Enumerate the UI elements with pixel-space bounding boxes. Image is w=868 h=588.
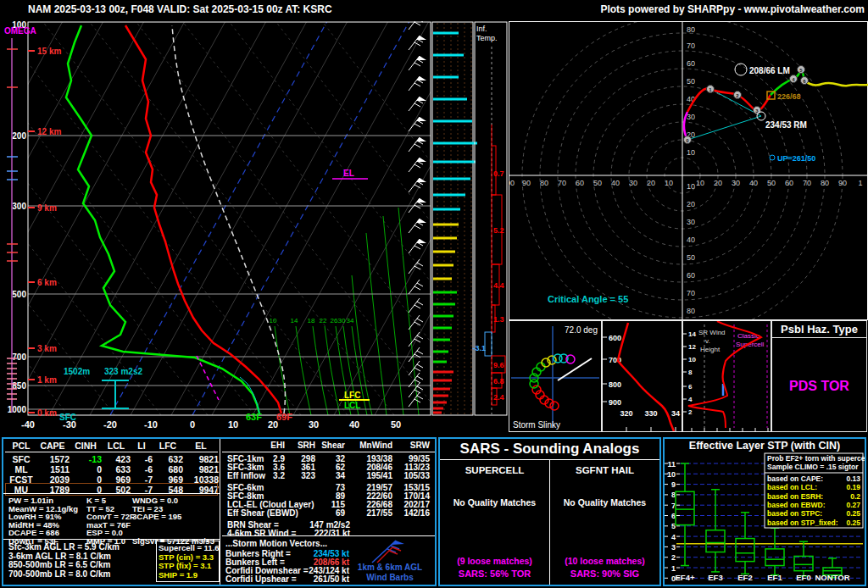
thetae-ytick-label: 800 [609, 380, 621, 389]
sars-hail-header: SGFNT HAIL [550, 465, 659, 475]
srwind-title: SR Wind [698, 329, 726, 336]
stp-ytick-label: 7 [671, 502, 676, 510]
height-label: 6 km [37, 278, 57, 287]
thetae-plot: 60070080090032033034 [603, 321, 682, 431]
stp-category-label: EF0 [796, 573, 810, 582]
sars-supercell-result: SARS: 56% TOR [440, 569, 549, 579]
line [409, 298, 420, 313]
kin-cell: 142/16 [403, 508, 430, 518]
line [415, 368, 420, 371]
thetae-xtick-label: 330 [644, 409, 657, 418]
advection-value: 6.8 [493, 377, 504, 386]
stp-legend-value: 0.19 [846, 483, 860, 491]
sars-hail-result: SARS: 90% SIG [550, 569, 659, 579]
hodo-axis-label: 80 [687, 25, 695, 34]
stp-legend-subtitle: Sample CLIMO = .15 sigtor [767, 463, 859, 471]
pressure-label: 700 [12, 352, 26, 362]
lapse-rate-value: Sfc-3km AGL LR = 5.9 C/km [8, 542, 120, 552]
sars-supercell-header: SUPERCELL [440, 465, 549, 475]
advection-box [485, 332, 492, 356]
temp-axis-label: 50 [391, 419, 401, 430]
hodo-axis-label: 70 [687, 289, 695, 297]
hodo-axis-label: 60 [785, 179, 793, 187]
wind-barb [409, 137, 426, 152]
parcel-cell: 632 [153, 454, 183, 464]
advection-value: 0.7 [493, 169, 504, 178]
inf-temp-title: Temp. [476, 34, 498, 42]
stp-title: Effective Layer STP (with CIN) [665, 440, 865, 452]
advection-value: 4.4 [493, 281, 504, 290]
pressure-label: 1000 [8, 405, 27, 414]
advection-value: 1.3 [493, 315, 504, 324]
slinky-vector [558, 358, 592, 380]
hodo-axis-label: 20 [687, 200, 695, 208]
hodo-axis-label: 80 [687, 307, 695, 315]
parcel-col-header: LCL [102, 441, 131, 451]
isotherm-highlight [192, 21, 409, 415]
dry-adiabat-line [229, 21, 509, 415]
stp-category-label: EF1 [767, 573, 782, 582]
dry-adiabat-line [0, 21, 68, 415]
hodo-axis-label: 60 [687, 271, 695, 280]
parcel-cell: 423 [102, 454, 131, 464]
dry-adiabat-line [0, 21, 254, 415]
line [415, 22, 420, 25]
divider [5, 452, 218, 452]
wind-barb [409, 298, 423, 313]
stp-ytick-label: 2 [671, 553, 676, 562]
stp-legend-value: 0.2 [850, 492, 860, 501]
barb-note: Wind Barbs [347, 573, 433, 582]
sars-hail-loose: (10 loose matches) [550, 556, 659, 566]
line [417, 396, 423, 399]
line [415, 286, 420, 290]
dry-adiabat-line [42, 21, 348, 415]
parcel-cell: 1572 [36, 454, 70, 464]
line [417, 263, 423, 266]
mixing-ratio-label: 30 [338, 317, 346, 325]
supercell-range-label: Classic [737, 332, 760, 340]
parcel-cell: -13 [70, 454, 102, 464]
kin-col-header: SRW [410, 441, 430, 450]
hodo-axis-label: 70 [687, 42, 695, 50]
hodograph: 0090807060504030201010203040506070809011… [509, 21, 868, 320]
mixing-ratio-label: 34 [347, 317, 354, 325]
kin-cell: 217/55 [366, 508, 392, 518]
mixing-ratio-label: 10 [270, 317, 277, 325]
index-value: 3CAPE = 195 [132, 512, 181, 521]
line [409, 315, 420, 330]
kin-col-header: MnWind [359, 441, 392, 450]
srwind-ytick-label: 14 [688, 330, 696, 338]
hodo-axis-label: 60 [576, 179, 584, 187]
temperature-profile [125, 25, 281, 413]
stp-legend-value: 0.13 [846, 474, 860, 483]
height-label: 3 km [37, 344, 57, 353]
advection-value: 9.6 [493, 361, 504, 369]
stp-legend-value: 0.25 [846, 509, 860, 518]
hazard-panel: Psbl Haz. Type PDS TOR [771, 320, 867, 432]
hazard-title: Psbl Haz. Type [772, 321, 866, 338]
kin-cell: 69 [336, 508, 345, 518]
temp-axis-label: 10 [228, 419, 238, 430]
hodo-axis-label: 30 [629, 179, 637, 187]
hodo-axis-label: 30 [687, 218, 695, 226]
stp-ytick-label: 10 [667, 470, 676, 479]
sfc-dewpoint-label: 63F [246, 412, 262, 422]
srwind-ytick-label: 2 [688, 408, 693, 416]
srwind-ytick-label: 10 [688, 356, 696, 363]
mean-wind-label: 226/68 [777, 92, 801, 101]
stp-ytick-label: 3 [671, 543, 676, 552]
height-label: 0 km [37, 408, 57, 418]
line [417, 351, 423, 354]
hodo-axis-label: 00 [509, 179, 515, 187]
stp-legend-value: 0.25 [846, 519, 860, 527]
line [417, 283, 423, 286]
parcel-cell: 1511 [36, 464, 70, 474]
wind-barb [409, 259, 423, 274]
sars-panel: SARS - Sounding Analogs SUPERCELL No Qua… [438, 437, 661, 586]
line [417, 319, 423, 322]
line [409, 347, 420, 362]
parcel-cell: 9821 [183, 464, 219, 474]
line [415, 225, 420, 229]
parcel-cell: 633 [102, 464, 131, 474]
divider [3, 539, 220, 540]
